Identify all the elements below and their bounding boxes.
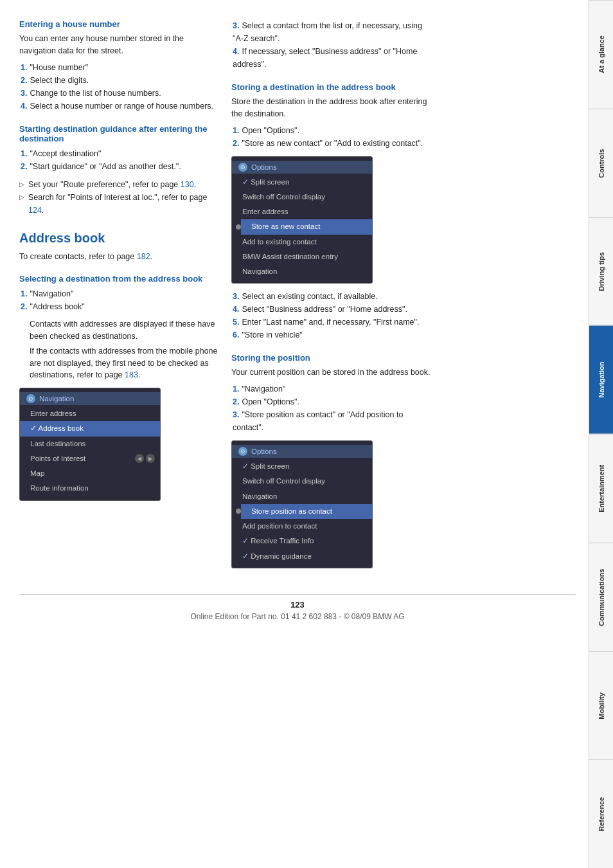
list-item: 4.Select a house number or range of hous… <box>19 100 218 113</box>
nav-menu-title: Navigation <box>39 395 74 402</box>
options-menu1-item-split: Split screen <box>232 175 372 190</box>
dest-guidance-bullets: Set your "Route preference", refer to pa… <box>19 178 218 217</box>
list-item: 1.Open "Options". <box>231 124 431 137</box>
nav-menu-item: Enter address <box>20 406 160 421</box>
section-dest-guidance-title: Starting destination guidance after ente… <box>19 124 218 143</box>
section-house-number-intro: You can enter any house number stored in… <box>19 33 218 57</box>
nav-menu-image: ⊙ Navigation Enter address ✓ Address boo… <box>19 388 161 501</box>
options-menu1-image: ⊙ Options Split screen Switch off Contro… <box>231 156 373 284</box>
house-number-steps: 1."House number" 2.Select the digits. 3.… <box>19 61 218 113</box>
list-item: 2."Store as new contact" or "Add to exis… <box>231 137 431 150</box>
address-book-note2: If the contacts with addresses from the … <box>19 345 218 381</box>
sidebar-tab-at-a-glance[interactable]: At a glance <box>589 0 613 109</box>
list-item: 2.Select the digits. <box>19 74 218 87</box>
sidebar-tab-driving-tips[interactable]: Driving tips <box>589 217 613 326</box>
footer: 123 Online Edition for Part no. 01 41 2 … <box>19 594 576 621</box>
options-menu1-item-add-existing: Add to existing contact <box>232 235 372 249</box>
list-item: Search for "Points of Interest at loc.",… <box>19 191 218 217</box>
storing-dest-steps: 1.Open "Options". 2."Store as new contac… <box>231 124 431 150</box>
list-item: 1."Navigation" <box>231 383 431 395</box>
sidebar-right: At a glance Controls Driving tips Naviga… <box>589 0 613 868</box>
nav-arrow-right: ▶ <box>146 454 155 463</box>
nav-menu-item-map: Map <box>20 466 160 481</box>
dot-indicator <box>236 224 241 230</box>
storing-dest-title: Storing a destination in the address boo… <box>231 82 431 92</box>
list-item: 4.Select "Business address" or "Home add… <box>231 303 431 316</box>
options-menu2-item-split: Split screen <box>232 459 372 474</box>
options-menu1-item-enter: Enter address <box>232 204 372 219</box>
options-menu2-item-nav: Navigation <box>232 489 372 504</box>
address-book-title: Address book <box>19 231 218 246</box>
storing-position-steps: 1."Navigation" 2.Open "Options". 3."Stor… <box>231 383 431 434</box>
options-menu2-icon: ⊙ <box>238 447 247 456</box>
options-menu2-image: ⊙ Options Split screen Switch off Contro… <box>231 440 373 568</box>
options-menu1-icon: ⊙ <box>238 163 247 172</box>
selecting-dest-title: Selecting a destination from the address… <box>19 274 218 284</box>
link-182[interactable]: 182 <box>137 252 150 261</box>
nav-arrow-left: ◀ <box>135 454 144 463</box>
list-item: 5.Enter "Last name" and, if necessary, "… <box>231 316 431 329</box>
list-item: 1."Navigation" <box>19 287 218 300</box>
list-item: Set your "Route preference", refer to pa… <box>19 178 218 191</box>
options-menu2-item-add-pos: Add position to contact <box>232 519 372 534</box>
storing-position-title: Storing the position <box>231 353 431 363</box>
options-menu1-title: Options <box>251 163 277 171</box>
dot-indicator2 <box>236 509 241 514</box>
nav-menu-item-addressbook: ✓ Address book <box>20 421 160 436</box>
list-item: 3.Select a contact from the list or, if … <box>231 19 431 45</box>
sidebar-tab-communications[interactable]: Communications <box>589 543 613 651</box>
options-menu1-item-nav: Navigation <box>232 264 372 279</box>
sidebar-tab-navigation[interactable]: Navigation <box>589 325 613 434</box>
options-menu2-item-store-pos: Store position as contact <box>241 504 372 519</box>
storing-dest-intro: Store the destination in the address boo… <box>231 96 431 120</box>
options-menu2-titlebar: ⊙ Options <box>232 445 372 458</box>
list-item: 1."Accept destination" <box>19 147 218 160</box>
options-menu1-item-store-new: Store as new contact <box>241 219 372 234</box>
middle-steps: 3.Select an existing contact, if availab… <box>231 290 431 341</box>
sidebar-tab-controls[interactable]: Controls <box>589 109 613 217</box>
sidebar-tab-entertainment[interactable]: Entertainment <box>589 434 613 543</box>
right-column: 3.Select a contact from the list or, if … <box>231 19 431 575</box>
options-menu1-titlebar: ⊙ Options <box>232 161 372 174</box>
options-menu2-item-traffic: Receive Traffic Info <box>232 534 372 548</box>
section-house-number-title: Entering a house number <box>19 19 218 29</box>
page-number: 123 <box>19 600 576 610</box>
nav-menu-row-poi: Points of Interest ◀ ▶ <box>20 451 160 466</box>
dest-guidance-steps: 1."Accept destination" 2."Start guidance… <box>19 147 218 173</box>
sidebar-tab-reference[interactable]: Reference <box>589 759 613 868</box>
selecting-dest-steps: 1."Navigation" 2."Address book" <box>19 287 218 313</box>
storing-position-intro: Your current position can be stored in t… <box>231 366 431 379</box>
address-book-note1: Contacts with addresses are displayed if… <box>19 318 218 343</box>
options-menu2-item-dynamic: Dynamic guidance <box>232 549 372 564</box>
options-menu1-item-switch: Switch off Control display <box>232 190 372 204</box>
nav-menu-icon: ⊙ <box>26 394 35 403</box>
list-item: 1."House number" <box>19 61 218 74</box>
list-item: 2.Open "Options". <box>231 395 431 408</box>
sidebar-tab-mobility[interactable]: Mobility <box>589 651 613 760</box>
list-item: 2."Start guidance" or "Add as another de… <box>19 160 218 173</box>
list-item: 2."Address book" <box>19 300 218 313</box>
link-124[interactable]: 124 <box>28 206 42 215</box>
options-menu2-title: Options <box>251 448 277 455</box>
list-item: 6."Store in vehicle" <box>231 329 431 341</box>
link-183[interactable]: 183 <box>125 370 138 379</box>
nav-menu-item-lastdest: Last destinations <box>20 437 160 451</box>
list-item: 3.Change to the list of house numbers. <box>19 87 218 100</box>
nav-menu-item-route: Route information <box>20 481 160 496</box>
list-item: 4.If necessary, select "Business address… <box>231 45 431 71</box>
top-steps: 3.Select a contact from the list or, if … <box>231 19 431 71</box>
nav-menu-titlebar: ⊙ Navigation <box>20 392 160 405</box>
left-column: Entering a house number You can enter an… <box>19 19 218 575</box>
options-menu1-row-store: Store as new contact <box>232 219 372 234</box>
list-item: 3.Select an existing contact, if availab… <box>231 290 431 303</box>
footer-text: Online Edition for Part no. 01 41 2 602 … <box>190 612 404 621</box>
options-menu1-item-bmw: BMW Assist destination entry <box>232 249 372 264</box>
list-item: 3."Store position as contact" or "Add po… <box>231 408 431 434</box>
link-130[interactable]: 130 <box>181 180 194 189</box>
options-menu2-row-store: Store position as contact <box>232 504 372 519</box>
options-menu2-item-switch: Switch off Control display <box>232 474 372 489</box>
address-book-intro: To create contacts, refer to page 182. <box>19 251 218 263</box>
